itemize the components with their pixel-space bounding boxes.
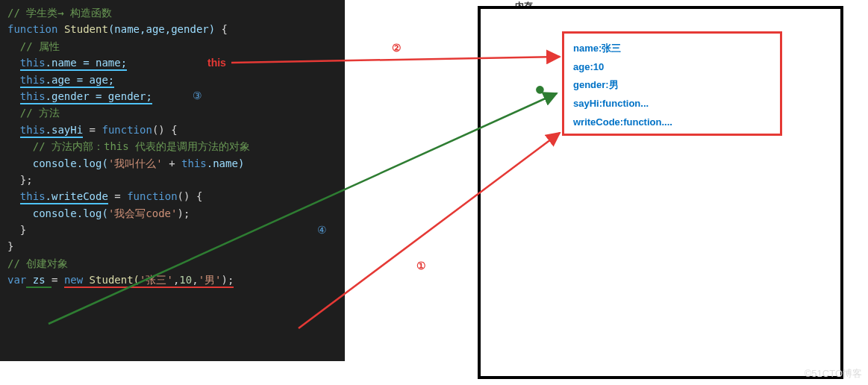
property: .age = age;: [46, 74, 115, 86]
this-annotation: this: [207, 57, 226, 69]
code-line: };: [7, 172, 337, 188]
keyword: var: [7, 274, 26, 286]
code-line: this.sayHi = function() {: [7, 122, 337, 138]
property: .name): [207, 157, 245, 169]
this-kw: this: [20, 124, 46, 136]
paren: () {: [152, 124, 178, 136]
brace: {: [215, 23, 228, 35]
code-line: // 学生类→ 构造函数: [7, 4, 337, 21]
property: .sayHi: [46, 124, 84, 136]
comment: // 方法: [20, 107, 60, 119]
this-kw: this: [181, 157, 207, 169]
code-line: console.log('我叫什么' + this.name): [7, 155, 337, 172]
brace: }: [7, 240, 13, 252]
comma: ,: [192, 274, 198, 286]
code-line: function Student(name,age,gender) {: [7, 21, 337, 37]
object-instance-box: name:张三 age:10 gender:男 sayHi:function..…: [562, 31, 782, 136]
eq: =: [83, 124, 102, 136]
code-line: // 方法内部：this 代表的是调用方法的对象: [7, 138, 337, 154]
var-name: zs: [26, 274, 51, 286]
this-kw: this: [20, 190, 46, 202]
comment: // 方法内部：this 代表的是调用方法的对象: [33, 140, 250, 152]
new-kw: new: [64, 274, 83, 286]
code-line: this.age = age;: [7, 72, 337, 88]
obj-property: age:10: [573, 58, 771, 77]
this-kw: this: [20, 74, 46, 86]
code-line: // 属性: [7, 38, 337, 54]
plus: +: [163, 157, 181, 169]
number: 10: [179, 274, 192, 286]
obj-property: sayHi:function...: [573, 95, 771, 113]
step-3-annotation: ③: [193, 90, 202, 101]
comment: // 学生类→ 构造函数: [7, 7, 112, 19]
ctor: Student(: [83, 274, 140, 286]
paren: );: [221, 274, 234, 286]
paren: );: [177, 207, 190, 219]
obj-property: gender:男: [573, 76, 771, 95]
params: (name,age,gender): [108, 23, 215, 35]
console: console.log(: [33, 157, 108, 169]
this-kw: this: [20, 57, 46, 69]
brace: }: [20, 224, 26, 236]
step-1-annotation: ①: [416, 260, 426, 272]
string: '男': [199, 274, 222, 286]
paren: () {: [178, 190, 203, 202]
code-line: console.log('我会写code');: [7, 205, 337, 222]
obj-property: writeCode:function....: [573, 113, 771, 132]
step-4-annotation: ④: [317, 224, 327, 236]
step-2-annotation: ②: [392, 42, 402, 54]
obj-property: name:张三: [573, 40, 771, 58]
green-dot-annotation: ●: [536, 81, 544, 96]
property: .gender = gender;: [46, 90, 152, 102]
code-line: }: [7, 238, 337, 254]
code-editor: // 学生类→ 构造函数 function Student(name,age,g…: [0, 0, 345, 361]
code-line: var zs = new Student('张三',10,'男');: [7, 272, 337, 288]
eq: =: [51, 274, 64, 286]
code-line: // 方法: [7, 104, 337, 121]
keyword: function: [7, 23, 57, 35]
string: '我会写code': [108, 207, 178, 219]
watermark: ©51CTO博客: [805, 367, 862, 381]
code-line: // 创建对象: [7, 255, 337, 272]
eq: =: [108, 190, 127, 202]
property: .writeCode: [46, 190, 108, 202]
this-kw: this: [20, 90, 46, 102]
keyword: function: [127, 190, 177, 202]
string: '我叫什么': [108, 157, 163, 169]
code-line: }: [7, 222, 337, 238]
string: '张三': [140, 274, 173, 286]
console: console.log(: [33, 207, 108, 219]
brace: };: [20, 174, 33, 186]
comment: // 属性: [20, 40, 60, 52]
keyword: function: [102, 124, 152, 136]
code-line: this.name = name;: [7, 54, 337, 71]
code-line: this.writeCode = function() {: [7, 188, 337, 204]
code-line: this.gender = gender;: [7, 88, 337, 104]
comment: // 创建对象: [7, 257, 68, 269]
function-name: Student: [64, 23, 108, 35]
property: .name = name;: [46, 57, 128, 69]
